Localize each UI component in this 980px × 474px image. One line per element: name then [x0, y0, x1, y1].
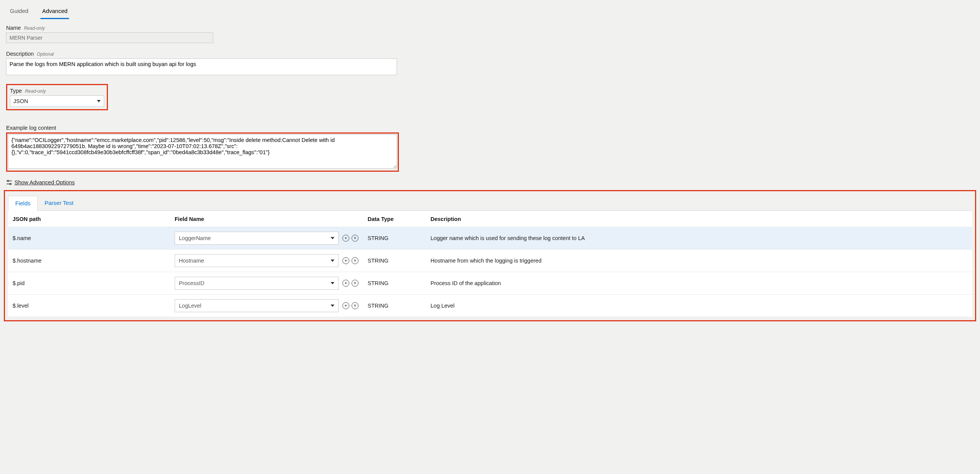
description-cell: Hostname from which the logging is trigg… — [426, 250, 972, 272]
json-path-cell: $.name — [8, 227, 170, 250]
tab-advanced[interactable]: Advanced — [40, 5, 69, 19]
description-cell: Log Level — [426, 295, 972, 317]
field-name-cell: LogLevel+× — [170, 295, 363, 317]
chevron-down-icon — [97, 100, 101, 102]
description-cell: Process ID of the application — [426, 272, 972, 295]
show-advanced-options-label: Show Advanced Options — [14, 179, 75, 185]
json-path-cell: $.hostname — [8, 250, 170, 272]
subtab-parser-test[interactable]: Parser Test — [38, 196, 80, 210]
field-name-select[interactable]: Hostname — [175, 254, 339, 267]
description-cell: Logger name which is used for sending th… — [426, 227, 972, 250]
data-type-cell: STRING — [363, 272, 426, 295]
type-hint: Read-only — [25, 89, 46, 94]
remove-icon[interactable]: × — [352, 302, 358, 309]
field-name-cell: Hostname+× — [170, 250, 363, 272]
type-value: JSON — [13, 98, 97, 104]
header-description: Description — [426, 211, 972, 227]
remove-icon[interactable]: × — [352, 280, 358, 287]
type-label: Type — [10, 88, 22, 94]
example-log-content[interactable] — [8, 134, 397, 169]
subtab-fields[interactable]: Fields — [8, 196, 38, 211]
chevron-down-icon — [331, 237, 334, 239]
table-row[interactable]: $.levelLogLevel+×STRINGLog Level — [8, 295, 972, 317]
data-type-cell: STRING — [363, 250, 426, 272]
add-icon[interactable]: + — [342, 280, 349, 287]
field-name-select[interactable]: ProcessID — [175, 277, 339, 290]
header-field-name: Field Name — [170, 211, 363, 227]
show-advanced-options-link[interactable]: Show Advanced Options — [6, 179, 75, 185]
sliders-icon — [6, 179, 12, 185]
data-type-cell: STRING — [363, 227, 426, 250]
chevron-down-icon — [331, 282, 334, 284]
remove-icon[interactable]: × — [352, 257, 358, 264]
tab-guided[interactable]: Guided — [8, 5, 30, 19]
table-row[interactable]: $.hostnameHostname+×STRINGHostname from … — [8, 250, 972, 272]
description-label: Description — [6, 51, 34, 57]
mode-tabs: Guided Advanced — [4, 0, 976, 19]
svg-point-3 — [10, 183, 11, 185]
json-path-cell: $.pid — [8, 272, 170, 295]
description-hint: Optional — [37, 52, 54, 57]
type-select[interactable]: JSON — [10, 95, 104, 107]
table-row[interactable]: $.pidProcessID+×STRINGProcess ID of the … — [8, 272, 972, 295]
add-icon[interactable]: + — [342, 302, 349, 309]
header-json-path: JSON path — [8, 211, 170, 227]
example-label: Example log content — [6, 125, 56, 131]
fields-table: JSON path Field Name Data Type Descripti… — [8, 211, 972, 317]
table-row[interactable]: $.nameLoggerName+×STRINGLogger name whic… — [8, 227, 972, 250]
data-type-cell: STRING — [363, 295, 426, 317]
field-name-select[interactable]: LogLevel — [175, 299, 339, 312]
header-data-type: Data Type — [363, 211, 426, 227]
field-name-cell: ProcessID+× — [170, 272, 363, 295]
remove-icon[interactable]: × — [352, 235, 358, 242]
field-name-cell: LoggerName+× — [170, 227, 363, 250]
chevron-down-icon — [331, 260, 334, 262]
fields-subtabs: Fields Parser Test — [8, 196, 972, 211]
svg-point-1 — [7, 180, 9, 182]
add-icon[interactable]: + — [342, 235, 349, 242]
json-path-cell: $.level — [8, 295, 170, 317]
chevron-down-icon — [331, 305, 334, 307]
description-input[interactable] — [6, 58, 397, 75]
name-input — [6, 32, 213, 43]
field-name-select[interactable]: LoggerName — [175, 232, 339, 245]
name-hint: Read-only — [24, 26, 45, 31]
name-label: Name — [6, 25, 21, 31]
add-icon[interactable]: + — [342, 257, 349, 264]
